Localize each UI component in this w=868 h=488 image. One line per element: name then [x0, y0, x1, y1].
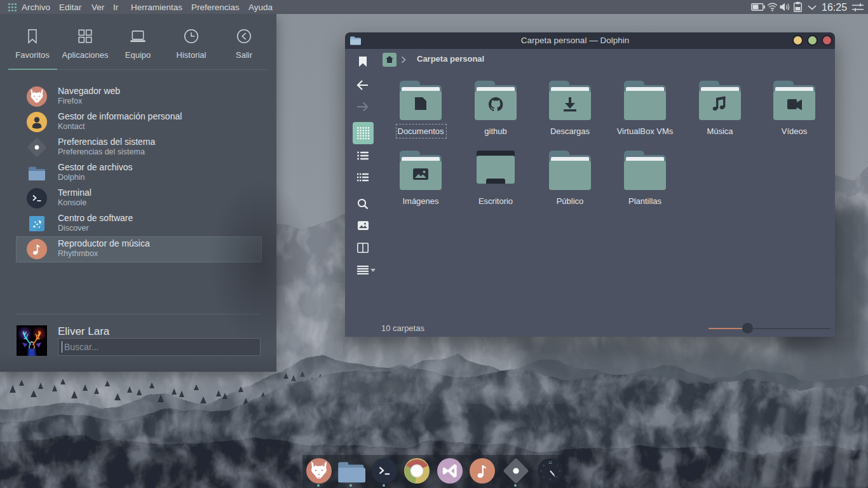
svg-text:12: 12: [548, 461, 552, 464]
